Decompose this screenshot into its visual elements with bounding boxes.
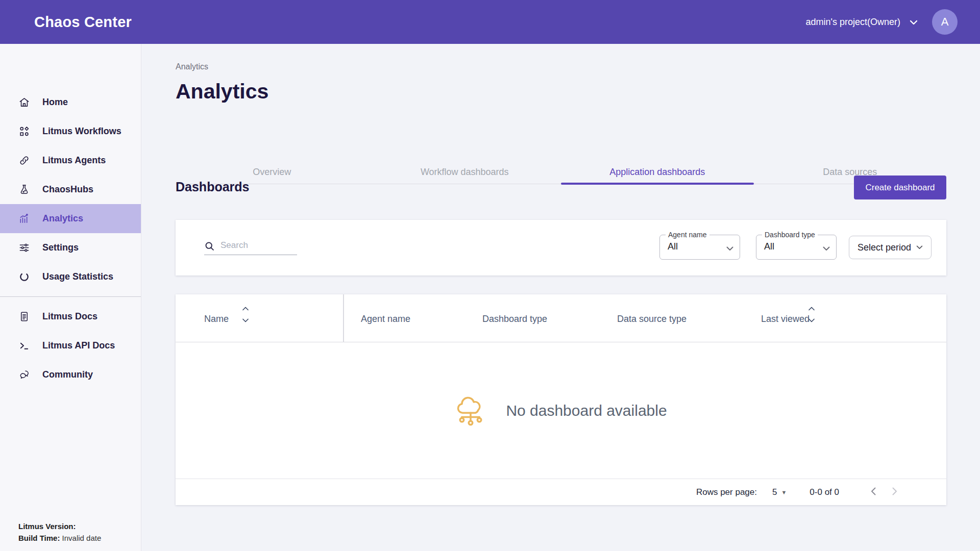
rows-per-page-value: 5 xyxy=(772,487,777,497)
rows-per-page-label: Rows per page: xyxy=(696,487,757,497)
sidebar-item-label: Litmus Docs xyxy=(42,311,97,322)
version-info: Litmus Version: Build Time: Invalid date xyxy=(18,520,101,544)
cloud-network-icon xyxy=(455,395,486,427)
search-input[interactable] xyxy=(204,238,297,255)
chevron-right-icon xyxy=(892,487,897,495)
sort-desc-icon[interactable] xyxy=(808,318,815,322)
project-selector-label: admin's project(Owner) xyxy=(806,17,901,28)
column-header-data-source-type: Data source type xyxy=(617,314,687,324)
sidebar-item-litmus-agents[interactable]: Litmus Agents xyxy=(0,146,141,175)
next-page-button[interactable] xyxy=(884,486,905,498)
sidebar-item-label: Community xyxy=(42,369,93,380)
sidebar-item-litmus-workflows[interactable]: Litmus Workflows xyxy=(0,117,141,146)
agent-name-select-label: Agent name xyxy=(666,231,709,239)
chevron-down-icon xyxy=(910,17,918,28)
avatar-initial: A xyxy=(941,15,949,29)
dashboards-table: Name Agent name Dashboard type Data sour… xyxy=(176,294,946,505)
sidebar-item-analytics[interactable]: Analytics xyxy=(0,204,141,233)
sidebar-item-label: Settings xyxy=(42,242,79,253)
sort-control-last-viewed xyxy=(808,307,816,322)
sort-desc-icon[interactable] xyxy=(242,318,249,322)
sidebar-divider xyxy=(0,296,141,297)
sidebar-item-label: Analytics xyxy=(42,213,83,224)
sidebar-item-chaoshubs[interactable]: ChaosHubs xyxy=(0,175,141,204)
document-icon xyxy=(18,311,30,322)
page-title: Analytics xyxy=(176,80,268,104)
column-header-name: Name xyxy=(204,314,229,324)
sidebar-item-home[interactable]: Home xyxy=(0,88,141,117)
project-selector[interactable]: admin's project(Owner) xyxy=(806,17,918,28)
rows-per-page-select[interactable]: 5 ▼ xyxy=(772,487,787,497)
chevron-left-icon xyxy=(871,487,876,495)
sidebar-item-litmus-docs[interactable]: Litmus Docs xyxy=(0,302,141,331)
ring-icon xyxy=(18,271,30,283)
main-content: Analytics Analytics Overview Workflow da… xyxy=(141,44,980,551)
dashboard-type-select-value: All xyxy=(764,241,774,252)
sort-asc-icon[interactable] xyxy=(242,307,249,311)
agent-name-select[interactable]: Agent name All xyxy=(659,235,740,260)
create-dashboard-button[interactable]: Create dashboard xyxy=(854,176,946,199)
empty-state: No dashboard available xyxy=(176,342,946,479)
caret-down-icon: ▼ xyxy=(781,489,787,495)
sliders-icon xyxy=(18,242,30,254)
avatar[interactable]: A xyxy=(932,9,958,35)
search-icon xyxy=(204,241,215,252)
breadcrumb: Analytics xyxy=(176,62,208,71)
column-header-dashboard-type: Dashboard type xyxy=(482,314,547,324)
version-label: Litmus Version: xyxy=(18,522,76,531)
sidebar-item-label: Usage Statistics xyxy=(42,271,113,282)
link-icon xyxy=(18,155,30,166)
column-header-last-viewed: Last viewed xyxy=(761,314,810,324)
filter-bar: Agent name All Dashboard type All Select… xyxy=(176,220,946,276)
sidebar-item-settings[interactable]: Settings xyxy=(0,233,141,262)
sidebar-item-label: Litmus API Docs xyxy=(42,340,115,351)
workflows-icon xyxy=(18,126,30,137)
previous-page-button[interactable] xyxy=(863,486,884,498)
sidebar-item-label: Litmus Workflows xyxy=(42,126,121,137)
dashboard-type-select[interactable]: Dashboard type All xyxy=(756,235,837,260)
sidebar-item-label: Home xyxy=(42,97,68,108)
pagination-bar: Rows per page: 5 ▼ 0-0 of 0 xyxy=(176,479,946,505)
section-header: Dashboards Create dashboard xyxy=(176,176,946,199)
sidebar: Home Litmus Workflows Litmus Agents Chao… xyxy=(0,44,141,551)
build-time-value: Invalid date xyxy=(62,534,102,542)
chevron-down-icon xyxy=(726,244,733,253)
home-icon xyxy=(18,96,30,108)
empty-message: No dashboard available xyxy=(506,402,667,419)
section-title: Dashboards xyxy=(176,180,249,194)
column-header-agent-name: Agent name xyxy=(361,314,410,324)
terminal-icon xyxy=(18,340,30,352)
select-period-label: Select period xyxy=(857,242,911,253)
chevron-down-icon xyxy=(916,245,923,249)
sidebar-item-community[interactable]: Community xyxy=(0,360,141,389)
dashboard-type-select-label: Dashboard type xyxy=(762,231,818,239)
sidebar-item-litmus-api-docs[interactable]: Litmus API Docs xyxy=(0,331,141,360)
pagination-range: 0-0 of 0 xyxy=(810,487,839,497)
sidebar-item-label: Litmus Agents xyxy=(42,155,106,166)
flask-icon xyxy=(18,184,30,195)
build-time-label: Build Time: xyxy=(18,534,60,542)
sidebar-item-usage-statistics[interactable]: Usage Statistics xyxy=(0,262,141,291)
agent-name-select-value: All xyxy=(668,241,678,252)
chevron-down-icon xyxy=(823,244,830,253)
sidebar-item-label: ChaosHubs xyxy=(42,184,93,195)
chat-bubbles-icon xyxy=(18,369,30,381)
sort-asc-icon[interactable] xyxy=(808,307,815,311)
app-header: Chaos Center admin's project(Owner) A xyxy=(0,0,980,44)
column-divider xyxy=(343,294,344,342)
select-period-button[interactable]: Select period xyxy=(849,236,932,259)
table-header-row: Name Agent name Dashboard type Data sour… xyxy=(176,294,946,342)
app-title: Chaos Center xyxy=(34,14,132,31)
sort-control-name xyxy=(242,307,250,322)
bar-chart-icon xyxy=(18,213,30,224)
